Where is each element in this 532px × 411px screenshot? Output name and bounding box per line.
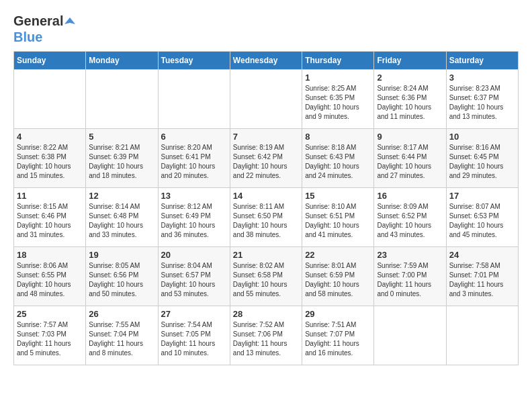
calendar-cell: 17Sunrise: 8:07 AM Sunset: 6:53 PM Dayli… [446,187,518,246]
calendar-cell: 16Sunrise: 8:09 AM Sunset: 6:52 PM Dayli… [374,187,446,246]
day-info: Sunrise: 8:22 AM Sunset: 6:38 PM Dayligh… [17,143,83,181]
calendar-cell [374,306,446,365]
day-info: Sunrise: 8:25 AM Sunset: 6:35 PM Dayligh… [305,84,371,122]
day-number: 28 [233,309,299,319]
day-header-tuesday: Tuesday [158,51,230,69]
day-info: Sunrise: 8:07 AM Sunset: 6:53 PM Dayligh… [449,202,515,240]
calendar-table: SundayMondayTuesdayWednesdayThursdayFrid… [13,51,519,365]
calendar-cell: 3Sunrise: 8:23 AM Sunset: 6:37 PM Daylig… [446,69,518,128]
day-number: 23 [377,250,443,260]
calendar-cell: 26Sunrise: 7:55 AM Sunset: 7:04 PM Dayli… [86,306,158,365]
svg-marker-0 [64,17,75,24]
calendar-cell: 4Sunrise: 8:22 AM Sunset: 6:38 PM Daylig… [14,128,86,187]
day-info: Sunrise: 8:17 AM Sunset: 6:44 PM Dayligh… [377,143,443,181]
day-number: 16 [377,191,443,201]
day-info: Sunrise: 8:19 AM Sunset: 6:42 PM Dayligh… [233,143,299,181]
day-number: 2 [377,73,443,83]
day-number: 5 [89,132,154,142]
day-info: Sunrise: 7:58 AM Sunset: 7:01 PM Dayligh… [449,261,515,299]
calendar-cell: 1Sunrise: 8:25 AM Sunset: 6:35 PM Daylig… [302,69,374,128]
calendar-cell: 28Sunrise: 7:52 AM Sunset: 7:06 PM Dayli… [230,306,302,365]
calendar-cell [14,69,86,128]
day-number: 7 [233,132,299,142]
day-number: 25 [17,309,83,319]
day-number: 8 [305,132,371,142]
day-info: Sunrise: 7:55 AM Sunset: 7:04 PM Dayligh… [89,320,154,358]
day-info: Sunrise: 8:12 AM Sunset: 6:49 PM Dayligh… [161,202,227,240]
calendar-cell: 7Sunrise: 8:19 AM Sunset: 6:42 PM Daylig… [230,128,302,187]
calendar-cell: 29Sunrise: 7:51 AM Sunset: 7:07 PM Dayli… [302,306,374,365]
day-info: Sunrise: 7:57 AM Sunset: 7:03 PM Dayligh… [17,320,83,358]
day-number: 21 [233,250,299,260]
calendar-cell: 6Sunrise: 8:20 AM Sunset: 6:41 PM Daylig… [158,128,230,187]
logo: General Blue [13,13,77,44]
day-number: 11 [17,191,83,201]
day-number: 13 [161,191,227,201]
day-number: 24 [449,250,515,260]
logo-bird-icon [63,16,77,30]
day-number: 10 [449,132,515,142]
day-info: Sunrise: 8:21 AM Sunset: 6:39 PM Dayligh… [89,143,154,181]
day-number: 17 [449,191,515,201]
day-number: 29 [305,309,371,319]
day-number: 20 [161,250,227,260]
week-row-2: 4Sunrise: 8:22 AM Sunset: 6:38 PM Daylig… [14,128,519,187]
day-info: Sunrise: 8:23 AM Sunset: 6:37 PM Dayligh… [449,84,515,122]
calendar-cell [86,69,158,128]
calendar-cell: 12Sunrise: 8:14 AM Sunset: 6:48 PM Dayli… [86,187,158,246]
day-number: 22 [305,250,371,260]
day-info: Sunrise: 8:05 AM Sunset: 6:56 PM Dayligh… [89,261,154,299]
calendar-cell: 21Sunrise: 8:02 AM Sunset: 6:58 PM Dayli… [230,246,302,306]
week-row-3: 11Sunrise: 8:15 AM Sunset: 6:46 PM Dayli… [14,187,519,246]
calendar-cell [446,306,518,365]
days-header-row: SundayMondayTuesdayWednesdayThursdayFrid… [14,51,519,69]
calendar-cell [230,69,302,128]
day-info: Sunrise: 8:18 AM Sunset: 6:43 PM Dayligh… [305,143,371,181]
day-info: Sunrise: 7:54 AM Sunset: 7:05 PM Dayligh… [161,320,227,358]
day-number: 19 [89,250,154,260]
page-header: General Blue [13,13,519,44]
calendar-cell: 10Sunrise: 8:16 AM Sunset: 6:45 PM Dayli… [446,128,518,187]
day-header-wednesday: Wednesday [230,51,302,69]
logo-text: General Blue [13,13,77,44]
week-row-4: 18Sunrise: 8:06 AM Sunset: 6:55 PM Dayli… [14,246,519,306]
day-info: Sunrise: 8:20 AM Sunset: 6:41 PM Dayligh… [161,143,227,181]
day-header-sunday: Sunday [14,51,86,69]
day-number: 4 [17,132,83,142]
day-info: Sunrise: 8:11 AM Sunset: 6:50 PM Dayligh… [233,202,299,240]
day-number: 15 [305,191,371,201]
day-header-friday: Friday [374,51,446,69]
calendar-cell: 9Sunrise: 8:17 AM Sunset: 6:44 PM Daylig… [374,128,446,187]
day-info: Sunrise: 8:04 AM Sunset: 6:57 PM Dayligh… [161,261,227,299]
day-number: 12 [89,191,154,201]
day-info: Sunrise: 8:15 AM Sunset: 6:46 PM Dayligh… [17,202,83,240]
day-header-monday: Monday [86,51,158,69]
calendar-cell: 20Sunrise: 8:04 AM Sunset: 6:57 PM Dayli… [158,246,230,306]
day-info: Sunrise: 8:14 AM Sunset: 6:48 PM Dayligh… [89,202,154,240]
calendar-cell: 25Sunrise: 7:57 AM Sunset: 7:03 PM Dayli… [14,306,86,365]
day-number: 27 [161,309,227,319]
calendar-cell: 11Sunrise: 8:15 AM Sunset: 6:46 PM Dayli… [14,187,86,246]
day-number: 26 [89,309,154,319]
calendar-cell: 27Sunrise: 7:54 AM Sunset: 7:05 PM Dayli… [158,306,230,365]
calendar-cell [158,69,230,128]
day-info: Sunrise: 7:51 AM Sunset: 7:07 PM Dayligh… [305,320,371,358]
calendar-cell: 19Sunrise: 8:05 AM Sunset: 6:56 PM Dayli… [86,246,158,306]
day-header-saturday: Saturday [446,51,518,69]
day-number: 3 [449,73,515,83]
day-info: Sunrise: 8:01 AM Sunset: 6:59 PM Dayligh… [305,261,371,299]
day-info: Sunrise: 8:16 AM Sunset: 6:45 PM Dayligh… [449,143,515,181]
day-number: 1 [305,73,371,83]
calendar-cell: 2Sunrise: 8:24 AM Sunset: 6:36 PM Daylig… [374,69,446,128]
calendar-cell: 13Sunrise: 8:12 AM Sunset: 6:49 PM Dayli… [158,187,230,246]
day-header-thursday: Thursday [302,51,374,69]
day-info: Sunrise: 8:24 AM Sunset: 6:36 PM Dayligh… [377,84,443,122]
calendar-cell: 14Sunrise: 8:11 AM Sunset: 6:50 PM Dayli… [230,187,302,246]
calendar-cell: 22Sunrise: 8:01 AM Sunset: 6:59 PM Dayli… [302,246,374,306]
day-info: Sunrise: 7:59 AM Sunset: 7:00 PM Dayligh… [377,261,443,299]
calendar-cell: 15Sunrise: 8:10 AM Sunset: 6:51 PM Dayli… [302,187,374,246]
day-number: 6 [161,132,227,142]
day-info: Sunrise: 8:06 AM Sunset: 6:55 PM Dayligh… [17,261,83,299]
calendar-cell: 5Sunrise: 8:21 AM Sunset: 6:39 PM Daylig… [86,128,158,187]
day-info: Sunrise: 8:10 AM Sunset: 6:51 PM Dayligh… [305,202,371,240]
